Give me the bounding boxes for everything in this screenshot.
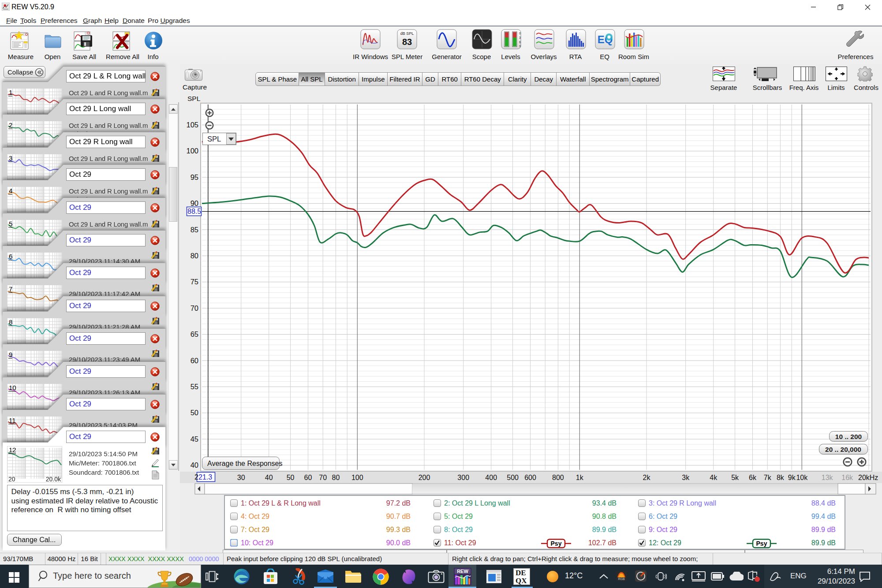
svg-text:4k: 4k bbox=[710, 474, 718, 481]
svg-text:60: 60 bbox=[304, 474, 312, 481]
svg-text:20.0k: 20.0k bbox=[45, 476, 61, 483]
svg-text:8k: 8k bbox=[777, 474, 785, 481]
svg-text:7k: 7k bbox=[764, 474, 772, 481]
svg-text:5k: 5k bbox=[731, 474, 739, 481]
svg-text:90: 90 bbox=[191, 199, 198, 207]
svg-text:Psy: Psy bbox=[551, 540, 562, 547]
svg-text:2: 2 bbox=[9, 121, 12, 129]
svg-text:20kHz: 20kHz bbox=[858, 474, 878, 481]
svg-text:105: 105 bbox=[186, 121, 198, 129]
svg-text:5: 5 bbox=[9, 220, 12, 227]
svg-text:2: 2 bbox=[194, 473, 198, 481]
svg-text:55: 55 bbox=[191, 383, 198, 391]
svg-text:9k: 9k bbox=[788, 474, 796, 481]
svg-text:60: 60 bbox=[191, 357, 198, 365]
svg-text:3: 3 bbox=[9, 154, 12, 162]
svg-text:10 .. 200: 10 .. 200 bbox=[835, 433, 862, 440]
svg-text:Average the Responses: Average the Responses bbox=[207, 460, 282, 467]
svg-text:20 .. 20,000: 20 .. 20,000 bbox=[825, 446, 861, 453]
svg-text:10k: 10k bbox=[796, 474, 808, 481]
svg-text:75: 75 bbox=[191, 278, 198, 286]
svg-text:40: 40 bbox=[265, 474, 273, 481]
svg-text:50: 50 bbox=[191, 409, 198, 417]
svg-text:400: 400 bbox=[485, 474, 497, 481]
svg-text:dB SPL: dB SPL bbox=[400, 31, 414, 36]
svg-text:13k: 13k bbox=[822, 474, 833, 481]
svg-text:3k: 3k bbox=[682, 474, 690, 481]
svg-text:65: 65 bbox=[191, 330, 198, 338]
svg-text:8: 8 bbox=[9, 318, 12, 326]
svg-text:80: 80 bbox=[332, 474, 340, 481]
svg-text:83: 83 bbox=[402, 37, 412, 47]
svg-text:9: 9 bbox=[9, 351, 12, 358]
svg-text:REW: REW bbox=[457, 569, 468, 574]
svg-text:6: 6 bbox=[519, 41, 521, 44]
svg-text:4: 4 bbox=[9, 187, 12, 194]
svg-text:7: 7 bbox=[9, 285, 12, 293]
svg-text:88.5: 88.5 bbox=[187, 208, 201, 215]
svg-text:100: 100 bbox=[351, 474, 363, 481]
svg-text:300: 300 bbox=[457, 474, 469, 481]
svg-text:11: 11 bbox=[9, 417, 16, 424]
svg-text:SPL: SPL bbox=[207, 135, 221, 143]
svg-text:70: 70 bbox=[191, 304, 198, 312]
svg-text:500: 500 bbox=[507, 474, 519, 481]
svg-text:1: 1 bbox=[9, 89, 12, 96]
svg-text:RGB: RGB bbox=[618, 577, 625, 581]
svg-text:45: 45 bbox=[191, 435, 198, 443]
svg-text:9: 9 bbox=[519, 45, 521, 48]
svg-text:100: 100 bbox=[186, 147, 198, 155]
svg-text:16k: 16k bbox=[841, 474, 853, 481]
svg-text:70: 70 bbox=[319, 474, 327, 481]
svg-text:95: 95 bbox=[191, 173, 198, 181]
svg-text:0: 0 bbox=[519, 32, 521, 35]
svg-text:800: 800 bbox=[552, 474, 564, 481]
svg-text:Psy: Psy bbox=[756, 540, 767, 547]
svg-text:2k: 2k bbox=[643, 474, 651, 481]
svg-text:50: 50 bbox=[287, 474, 295, 481]
svg-text:40: 40 bbox=[191, 461, 198, 469]
svg-text:20: 20 bbox=[8, 476, 15, 483]
svg-text:6: 6 bbox=[9, 253, 12, 260]
svg-text:3: 3 bbox=[519, 36, 521, 39]
svg-text:30: 30 bbox=[237, 474, 245, 481]
svg-text:12: 12 bbox=[9, 446, 16, 454]
svg-text:80: 80 bbox=[191, 252, 198, 260]
svg-text:600: 600 bbox=[524, 474, 536, 481]
svg-text:1k: 1k bbox=[576, 474, 584, 481]
svg-text:6k: 6k bbox=[749, 474, 757, 481]
svg-text:200: 200 bbox=[419, 474, 430, 481]
svg-text:21.3: 21.3 bbox=[198, 473, 212, 481]
svg-text:10: 10 bbox=[9, 384, 16, 391]
svg-text:85: 85 bbox=[191, 226, 198, 234]
